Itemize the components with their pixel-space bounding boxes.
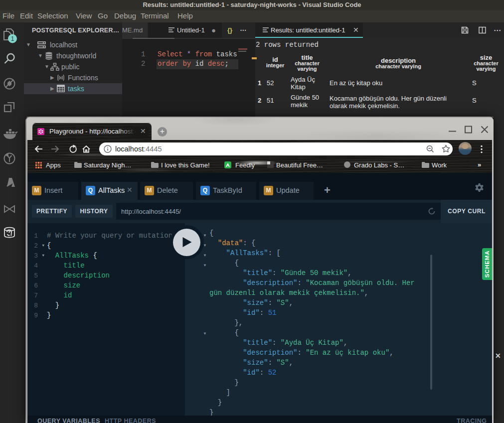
svg-text:1: 1 [11, 35, 14, 42]
